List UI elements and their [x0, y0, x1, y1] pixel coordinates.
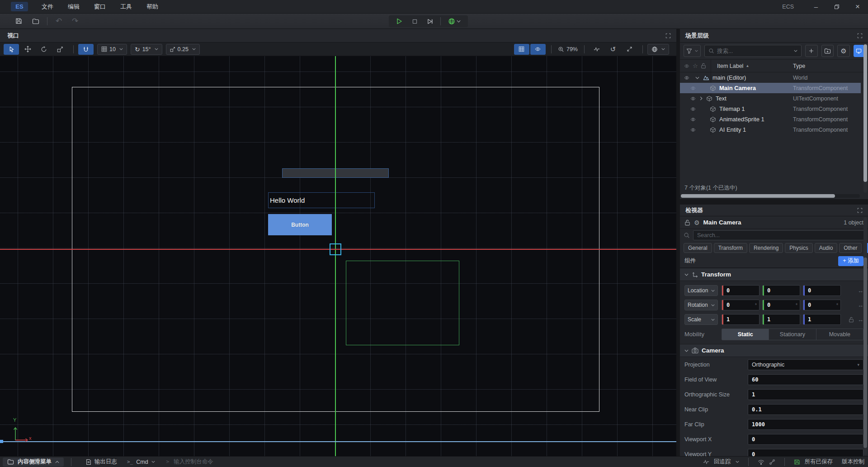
menu-file[interactable]: 文件: [34, 0, 61, 14]
zoom-control[interactable]: 79%: [556, 46, 580, 52]
tab-general[interactable]: General: [684, 243, 712, 253]
runtime-view-button[interactable]: [854, 45, 864, 57]
scene-canvas[interactable]: Hello World Button Y x: [0, 56, 676, 456]
filter-dropdown[interactable]: [684, 45, 701, 57]
scrollbar-thumb[interactable]: [863, 44, 867, 182]
move-tool-button[interactable]: [20, 44, 35, 55]
version-control-label[interactable]: 版本控制: [842, 458, 864, 466]
hierarchy-expand-button[interactable]: [857, 33, 863, 38]
near-clip-field[interactable]: 0.1: [748, 404, 863, 415]
undo-button[interactable]: ↶: [52, 15, 66, 27]
visibility-eye-icon[interactable]: [690, 96, 696, 101]
guide-handle[interactable]: [0, 440, 3, 443]
scale-snap-dropdown[interactable]: 0.25: [166, 44, 200, 55]
tree-row-tilemap[interactable]: Tilemap 1 TransformComponent: [680, 104, 861, 114]
inspector-vertical-scrollbar[interactable]: [863, 217, 867, 455]
scene-text-node[interactable]: Hello World: [268, 192, 375, 208]
tree-row-animatedsprite[interactable]: AnimatedSprite 1 TransformComponent: [680, 114, 861, 124]
cmd-dropdown[interactable]: >_ Cmd: [127, 459, 155, 465]
chevron-right-icon[interactable]: [700, 96, 703, 100]
tree-row-main-camera[interactable]: Main Camera TransformComponent: [680, 83, 861, 93]
projection-dropdown[interactable]: Orthographic ▾: [748, 359, 863, 370]
console-command-input[interactable]: ＞ 输入控制台命令: [165, 458, 213, 466]
rotation-snap-dropdown[interactable]: ↻ 15°: [131, 44, 162, 55]
tab-audio[interactable]: Audio: [815, 243, 838, 253]
unlock-icon[interactable]: [849, 317, 854, 323]
scrollbar-thumb[interactable]: [681, 194, 835, 198]
hierarchy-horizontal-scrollbar[interactable]: [681, 194, 860, 198]
orthographic-size-field[interactable]: 1: [748, 389, 863, 400]
new-folder-button[interactable]: [821, 45, 834, 57]
column-type[interactable]: Type: [793, 63, 805, 69]
viewport-x-field[interactable]: 0: [748, 434, 863, 445]
link-axes-icon[interactable]: ↔: [858, 302, 863, 309]
tab-physics[interactable]: Physics: [785, 243, 812, 253]
hierarchy-search-input[interactable]: [717, 48, 790, 54]
reset-view-button[interactable]: ↺: [605, 44, 621, 55]
launch-mode-dropdown[interactable]: [443, 16, 465, 27]
location-label-dropdown[interactable]: Location: [684, 285, 718, 296]
scale-tool-button[interactable]: [52, 44, 68, 55]
close-button[interactable]: ×: [847, 0, 868, 14]
all-saved-label[interactable]: 所有已保存: [805, 458, 833, 466]
mobility-movable[interactable]: Movable: [816, 329, 863, 340]
link-axes-icon[interactable]: ↔: [858, 287, 863, 294]
rotation-x-field[interactable]: 0°: [722, 300, 760, 310]
open-button[interactable]: [29, 15, 42, 27]
scene-region-rect[interactable]: [346, 261, 459, 345]
rotate-tool-button[interactable]: [36, 44, 52, 55]
content-drawer-button[interactable]: 内容侧滑菜单: [3, 457, 64, 467]
menu-help[interactable]: 帮助: [139, 0, 165, 14]
chevron-down-icon[interactable]: [695, 76, 699, 79]
far-clip-field[interactable]: 1000: [748, 419, 863, 430]
mobility-static[interactable]: Static: [722, 329, 769, 340]
hierarchy-search[interactable]: [704, 45, 802, 57]
redo-button[interactable]: ↷: [68, 15, 82, 27]
scene-button-node[interactable]: Button: [268, 214, 332, 235]
save-button[interactable]: [12, 15, 25, 27]
rotation-label-dropdown[interactable]: Rotation: [684, 300, 718, 310]
scrollbar-thumb[interactable]: [863, 257, 867, 448]
rotation-y-field[interactable]: 0°: [762, 300, 800, 310]
link-axes-icon[interactable]: ↔: [858, 316, 863, 323]
inspector-expand-button[interactable]: [857, 208, 863, 213]
grid-snap-dropdown[interactable]: 10: [97, 44, 127, 55]
wifi-icon[interactable]: [758, 459, 764, 465]
column-item-label[interactable]: Item Label ▲: [717, 63, 749, 69]
visibility-eye-icon[interactable]: [690, 127, 696, 133]
menu-window[interactable]: 窗口: [87, 0, 113, 14]
app-logo[interactable]: ES: [11, 2, 28, 11]
selection-gizmo[interactable]: [330, 243, 341, 255]
tab-other[interactable]: Other: [839, 243, 862, 253]
maximize-button[interactable]: [826, 0, 847, 14]
debugger-probe-icon[interactable]: [769, 459, 775, 465]
scale-x-field[interactable]: 1: [722, 314, 760, 325]
mobility-stationary[interactable]: Stationary: [769, 329, 816, 340]
tree-row-world[interactable]: main (Editor) World: [680, 72, 861, 83]
grid-toggle-button[interactable]: [514, 44, 529, 55]
stop-button[interactable]: [407, 16, 422, 27]
scale-y-field[interactable]: 1: [762, 314, 800, 325]
inspector-search-input[interactable]: [697, 232, 860, 238]
trace-label[interactable]: 回追踪: [714, 458, 731, 466]
scale-label-dropdown[interactable]: Scale: [684, 314, 718, 325]
visibility-eye-icon[interactable]: [690, 106, 696, 112]
add-entity-button[interactable]: [805, 45, 818, 57]
step-button[interactable]: [422, 16, 438, 27]
snap-toggle-button[interactable]: [78, 44, 94, 55]
play-button[interactable]: [392, 16, 407, 27]
hierarchy-settings-button[interactable]: ⚙: [837, 45, 850, 57]
menu-tools[interactable]: 工具: [113, 0, 139, 14]
world-dropdown[interactable]: [647, 44, 669, 55]
visibility-eye-icon[interactable]: [690, 117, 696, 122]
tab-rendering[interactable]: Rendering: [749, 243, 783, 253]
gear-icon[interactable]: ⚙: [694, 219, 700, 226]
visibility-toggle-button[interactable]: [530, 44, 546, 55]
fullscreen-button[interactable]: [622, 44, 637, 55]
tree-row-ai-entity[interactable]: AI Entity 1 TransformComponent: [680, 124, 861, 135]
menu-edit[interactable]: 编辑: [61, 0, 87, 14]
inspector-search-box[interactable]: [693, 230, 864, 240]
lock-icon[interactable]: [684, 219, 690, 226]
viewport-y-field[interactable]: 0: [748, 449, 863, 457]
add-component-button[interactable]: + 添加: [838, 256, 863, 266]
